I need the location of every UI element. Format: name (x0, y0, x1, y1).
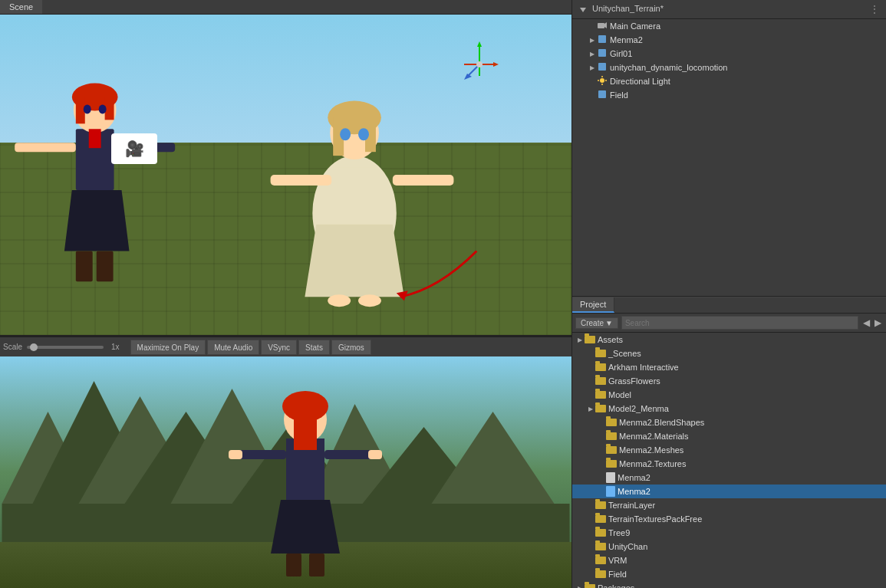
project-tree-item-materials[interactable]: Menma2.Materials (572, 429, 886, 443)
bottom-toolbar: Scale 1x Maximize On Play Mute Audio VSy… (0, 337, 571, 356)
tree-expand-arrow-icon (586, 349, 595, 358)
project-tree-item-menma2-file[interactable]: Menma2 (572, 471, 886, 485)
folder-icon (595, 543, 606, 550)
tree-expand-arrow-icon (597, 459, 606, 468)
svg-point-24 (328, 294, 351, 307)
folder-icon (585, 336, 595, 343)
gizmos-button[interactable]: Gizmos (331, 340, 371, 355)
svg-rect-8 (15, 143, 76, 152)
project-tree-item-field-asset[interactable]: Field (572, 567, 886, 581)
project-panel: Project Create ▼ ◀ ▶ ▶Assets_ScenesArkha… (572, 297, 886, 588)
project-tree-item-vrm[interactable]: VRM (572, 554, 886, 567)
project-item-label: Arkham Interactive (608, 363, 679, 372)
svg-rect-50 (229, 450, 242, 459)
svg-marker-31 (464, 74, 472, 80)
project-tree-item-menma2-selected[interactable]: Menma2 (572, 485, 886, 498)
hierarchy-item-menma2-top[interactable]: ▶Menma2 (572, 33, 886, 47)
tab-project[interactable]: Project (572, 297, 614, 313)
hierarchy-item-label: Girl01 (610, 49, 632, 58)
tree-expand-arrow-icon (586, 528, 595, 537)
hierarchy-item-label: Directional Light (610, 77, 670, 86)
folder-icon (595, 405, 606, 412)
project-tree-item-assets[interactable]: ▶Assets (572, 333, 886, 347)
svg-point-6 (84, 104, 91, 113)
svg-rect-53 (309, 554, 324, 577)
scale-slider[interactable] (27, 346, 104, 349)
right-panel: Unitychan_Terrain* ⋮ Main Camera▶Menma2▶… (571, 0, 886, 588)
project-item-label: Model2_Menma (608, 404, 669, 413)
tree-expand-arrow-icon (597, 418, 606, 427)
scale-label: Scale (3, 343, 22, 351)
project-tree-item-arkham[interactable]: Arkham Interactive (572, 360, 886, 374)
search-input[interactable] (621, 316, 858, 330)
tab-scene[interactable]: Scene (0, 0, 42, 14)
viewport-area: Scene (0, 0, 571, 588)
hierarchy-item-girl01[interactable]: ▶Girl01 (572, 47, 886, 61)
svg-rect-57 (598, 35, 606, 43)
project-item-label: VRM (608, 556, 627, 565)
folder-icon (595, 557, 606, 564)
project-tree-item-textures[interactable]: Menma2.Textures (572, 457, 886, 471)
project-tree-item-tree9[interactable]: Tree9 (572, 526, 886, 540)
svg-point-25 (358, 294, 381, 307)
project-tree-item-scenes[interactable]: _Scenes (572, 347, 886, 360)
tree-expand-arrow-icon (586, 514, 595, 524)
maximize-on-play-button[interactable]: Maximize On Play (130, 340, 206, 355)
project-tree-item-model2menma[interactable]: ▶Model2_Menma (572, 402, 886, 416)
scene-tab-bar: Scene (0, 0, 571, 15)
stats-button[interactable]: Stats (298, 340, 330, 355)
object-icon (597, 48, 608, 60)
project-item-label: Menma2 (618, 487, 651, 496)
tree-arrow-icon (588, 90, 597, 100)
project-tree: ▶Assets_ScenesArkham InteractiveGrassFlo… (572, 333, 886, 588)
hierarchy-close-icon[interactable]: ⋮ (869, 3, 880, 15)
vsync-button[interactable]: VSync (261, 340, 297, 355)
object-icon (597, 61, 608, 74)
svg-marker-29 (493, 62, 499, 67)
scene-name-label: Unitychan_Terrain* (592, 4, 664, 13)
svg-rect-48 (236, 450, 286, 459)
object-icon (597, 34, 608, 46)
tree-expand-arrow-icon (586, 501, 595, 510)
hierarchy-item-dir-light[interactable]: Directional Light (572, 74, 886, 88)
hierarchy-item-field[interactable]: Field (572, 88, 886, 102)
mute-audio-button[interactable]: Mute Audio (207, 340, 259, 355)
folder-icon (606, 446, 617, 454)
project-tree-item-terrainlayer[interactable]: TerrainLayer (572, 498, 886, 512)
project-tree-list: ▶Assets_ScenesArkham InteractiveGrassFlo… (572, 333, 886, 588)
svg-rect-46 (294, 416, 317, 450)
project-tree-item-grassflowers[interactable]: GrassFlowers (572, 374, 886, 388)
project-item-label: _Scenes (608, 349, 641, 358)
project-icon-left[interactable]: ◀ (861, 317, 871, 328)
project-tree-item-packages[interactable]: ▶Packages (572, 581, 886, 588)
hierarchy-item-unitychan-loco[interactable]: ▶unitychan_dynamic_locomotion (572, 61, 886, 74)
project-icon-right[interactable]: ▶ (873, 317, 883, 328)
project-item-label: TerrainLayer (608, 501, 655, 510)
folder-icon (595, 391, 606, 399)
folder-icon (606, 419, 617, 426)
create-dropdown-icon: ▼ (605, 319, 613, 327)
project-tree-item-model[interactable]: Model (572, 388, 886, 402)
tree-arrow-icon: ▶ (588, 49, 597, 58)
project-tree-item-meshes[interactable]: Menma2.Meshes (572, 443, 886, 457)
project-tab-bar: Project (572, 297, 886, 314)
project-item-label: Model (608, 390, 631, 399)
svg-marker-27 (477, 41, 482, 47)
game-scene (0, 356, 571, 588)
svg-marker-56 (604, 22, 607, 28)
svg-marker-54 (580, 8, 586, 12)
tree-expand-arrow-icon (597, 473, 606, 482)
tree-expand-arrow-icon (597, 445, 606, 455)
tree-expand-arrow-icon: ▶ (575, 583, 585, 588)
tree-arrow-icon (588, 21, 597, 31)
tree-expand-arrow-icon (586, 363, 595, 372)
hierarchy-item-main-camera[interactable]: Main Camera (572, 19, 886, 33)
project-tree-item-terraintextures[interactable]: TerrainTexturesPackFree (572, 512, 886, 526)
game-view (0, 356, 571, 588)
project-tree-item-unitychan[interactable]: UnityChan (572, 540, 886, 554)
camera-icon (597, 21, 608, 31)
tree-expand-arrow-icon: ▶ (586, 404, 595, 413)
project-tree-item-blendshapes[interactable]: Menma2.BlendShapes (572, 416, 886, 429)
svg-rect-14 (331, 167, 377, 228)
create-button[interactable]: Create ▼ (575, 317, 618, 329)
